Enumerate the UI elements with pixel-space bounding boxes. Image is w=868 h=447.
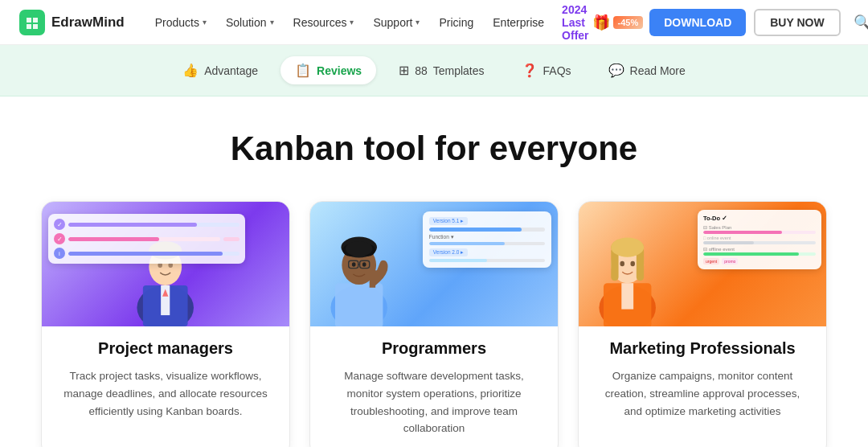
svg-rect-9 (335, 284, 383, 327)
subnav-reviews-label: Reviews (317, 64, 362, 77)
hero-title: Kanban tool for everyone (16, 129, 852, 169)
card-title-marketing: Marketing Professionals (595, 339, 810, 358)
card-title-programmers: Programmers (326, 339, 542, 358)
card-programmers: Version 5.1 ▸ Function ▾ Version 2.0 ▸ P… (309, 201, 559, 447)
card-title-project-managers: Project managers (58, 339, 273, 358)
version-ui-overlay: Version 5.1 ▸ Function ▾ Version 2.0 ▸ (423, 211, 551, 268)
card-image-project-managers: ✓ ✓ i (42, 202, 289, 326)
card-desc-programmers: Manage software development tasks, monit… (326, 367, 542, 437)
nav-resources-label: Resources (293, 16, 347, 29)
nav-support-label: Support (373, 16, 412, 29)
card-marketing: To-Do ✓ ⊟ Sales Plan □ online event ⊟ of… (578, 201, 827, 447)
navbar: EdrawMind Products ▾ Solution ▾ Resource… (0, 0, 868, 45)
logo[interactable]: EdrawMind (19, 10, 125, 35)
search-icon: 🔍 (854, 14, 868, 31)
nav-items: Products ▾ Solution ▾ Resources ▾ Suppor… (147, 0, 650, 47)
search-button[interactable]: 🔍 (849, 9, 868, 36)
svg-rect-22 (621, 284, 633, 310)
card-project-managers: ✓ ✓ i Project managers Track project tas… (41, 201, 290, 447)
chevron-down-icon: ▾ (416, 18, 420, 27)
nav-right: DOWNLOAD BUY NOW 🔍 (649, 9, 868, 36)
subnav-faqs-label: FAQs (543, 64, 571, 77)
gift-icon: 🎁 (592, 14, 610, 31)
card-desc-marketing: Organize campaigns, monitor content crea… (595, 367, 810, 420)
subnav-read-more-label: Read More (630, 64, 686, 77)
clipboard-icon: 📋 (295, 63, 311, 78)
subnav-advantage-label: Advantage (204, 64, 258, 77)
svg-point-29 (630, 261, 635, 266)
chevron-down-icon: ▾ (350, 18, 354, 27)
cards-section: ✓ ✓ i Project managers Track project tas… (0, 193, 868, 447)
logo-icon (19, 10, 45, 35)
card-body-project-managers: Project managers Track project tasks, vi… (42, 339, 289, 420)
nav-offer[interactable]: 2024 Last Offer 🎁 -45% (555, 0, 649, 47)
chevron-down-icon: ▾ (203, 18, 207, 27)
card-body-marketing: Marketing Professionals Organize campaig… (579, 339, 826, 420)
nav-products[interactable]: Products ▾ (147, 11, 215, 34)
logo-text: EdrawMind (51, 14, 125, 31)
svg-point-19 (362, 263, 366, 268)
person-illustration-marketing (583, 222, 672, 326)
sub-navbar: 👍 Advantage 📋 Reviews ⊞ 88 Templates ❓ F… (0, 45, 868, 96)
question-icon: ❓ (522, 63, 538, 78)
card-image-marketing: To-Do ✓ ⊟ Sales Plan □ online event ⊟ of… (579, 202, 826, 326)
chat-icon: 💬 (608, 63, 624, 78)
nav-solution[interactable]: Solution ▾ (218, 11, 282, 34)
card-image-programmers: Version 5.1 ▸ Function ▾ Version 2.0 ▸ (310, 202, 558, 326)
nav-enterprise[interactable]: Enterprise (485, 11, 552, 34)
nav-solution-label: Solution (226, 16, 267, 29)
subnav-templates-label: Templates (433, 64, 485, 77)
kanban-ui-overlay: ✓ ✓ i (48, 214, 245, 264)
chevron-down-icon: ▾ (270, 18, 274, 27)
subnav-faqs[interactable]: ❓ FAQs (507, 56, 586, 84)
hero-section: Kanban tool for everyone (0, 96, 868, 193)
svg-point-14 (346, 242, 372, 257)
download-button[interactable]: DOWNLOAD (649, 9, 746, 36)
svg-point-27 (611, 238, 644, 257)
subnav-read-more[interactable]: 💬 Read More (594, 56, 700, 84)
buy-now-button[interactable]: BUY NOW (754, 9, 840, 36)
nav-resources[interactable]: Resources ▾ (285, 11, 362, 34)
subnav-advantage[interactable]: 👍 Advantage (168, 56, 272, 84)
offer-label: 2024 Last Offer (562, 3, 588, 42)
subnav-templates-count: 88 (415, 64, 428, 77)
grid-icon: ⊞ (399, 63, 409, 78)
nav-pricing[interactable]: Pricing (431, 11, 481, 34)
subnav-templates[interactable]: ⊞ 88 Templates (384, 56, 498, 84)
offer-badge: -45% (613, 16, 644, 29)
subnav-reviews[interactable]: 📋 Reviews (280, 56, 376, 84)
marketing-ui-overlay: To-Do ✓ ⊟ Sales Plan □ online event ⊟ of… (698, 210, 821, 269)
svg-point-28 (620, 261, 624, 266)
svg-point-18 (352, 263, 356, 268)
person-illustration-programmer (314, 222, 403, 326)
thumbs-up-icon: 👍 (182, 63, 199, 78)
card-body-programmers: Programmers Manage software development … (310, 339, 558, 437)
nav-products-label: Products (155, 16, 199, 29)
card-desc-project-managers: Track project tasks, visualize workflows… (58, 367, 273, 420)
nav-support[interactable]: Support ▾ (365, 11, 428, 34)
